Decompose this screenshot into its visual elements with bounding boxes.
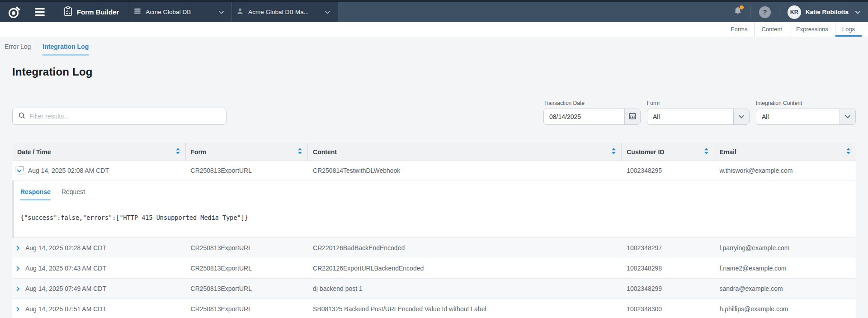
cell-customer-id: 1002348300 <box>621 305 714 313</box>
tab-expressions[interactable]: Expressions <box>789 22 835 37</box>
row-detail-panel: Response Request {"success":false,"error… <box>12 180 856 238</box>
context-selector[interactable]: Acme Global DB Ma... <box>232 8 338 17</box>
cell-customer-id: 1002348298 <box>621 265 714 272</box>
cell-content: dj backend post 1 <box>307 285 621 292</box>
cell-content: CR250814TestwithDLWebhook <box>307 167 621 174</box>
tab-logs[interactable]: Logs <box>835 22 862 37</box>
tab-response[interactable]: Response <box>20 188 51 200</box>
navbar-right-section: ? KR Katie Robilotta <box>733 2 868 22</box>
tab-integration-log[interactable]: Integration Log <box>42 43 89 56</box>
sort-icon[interactable] <box>176 148 180 156</box>
integration-content-select[interactable]: All <box>756 109 856 125</box>
integration-log-table: Date / Time Form Content Customer ID Ema… <box>12 143 856 318</box>
tab-request[interactable]: Request <box>61 188 85 200</box>
top-navbar: Form Builder Acme Global DB <box>0 2 868 22</box>
chevron-down-icon[interactable] <box>15 166 24 175</box>
database-selector[interactable]: Acme Global DB <box>129 8 231 17</box>
cell-content: SB081325 Backend Post/URLEncoded Value I… <box>307 305 621 313</box>
cell-email: h.phillips@example.com <box>714 305 855 313</box>
context-selector-value: Acme Global DB Ma... <box>248 9 320 15</box>
sort-icon[interactable] <box>704 148 708 156</box>
brand-logo-icon[interactable] <box>7 5 21 19</box>
integration-content-label: Integration Content <box>756 100 856 106</box>
tab-content[interactable]: Content <box>754 22 789 37</box>
search-icon <box>19 112 25 121</box>
help-button[interactable]: ? <box>759 6 771 18</box>
column-label: Date / Time <box>17 148 51 156</box>
chevron-down-icon <box>844 113 851 121</box>
transaction-date-field[interactable]: 08/14/2025 <box>543 109 641 125</box>
table-row[interactable]: Aug 14, 2025 02:28 AM CDT CR250813Export… <box>12 238 856 258</box>
chevron-down-icon <box>738 113 745 121</box>
form-filter-value: All <box>647 113 665 120</box>
table-header: Date / Time Form Content Customer ID Ema… <box>12 143 856 161</box>
navbar-divider <box>779 7 779 17</box>
user-name: Katie Robilotta <box>806 9 849 15</box>
table-row[interactable]: Aug 14, 2025 02:08 AM CDT CR250813Export… <box>12 161 856 180</box>
chevron-down-icon <box>855 8 861 16</box>
cell-date: Aug 14, 2025 07:43 AM CDT <box>12 265 185 272</box>
cell-content: CR220126BadBackEndEncoded <box>307 244 621 252</box>
notifications-button[interactable] <box>733 6 742 18</box>
navbar-divider <box>750 7 751 17</box>
chevron-right-icon[interactable] <box>15 245 21 251</box>
cell-customer-id: 1002348299 <box>621 285 714 292</box>
row-date-text: Aug 14, 2025 02:08 AM CDT <box>28 167 109 174</box>
column-header-content[interactable]: Content <box>307 143 621 161</box>
table-row[interactable]: Aug 14, 2025 07:51 AM CDT CR250813Export… <box>12 299 856 318</box>
column-header-date-time[interactable]: Date / Time <box>12 143 185 161</box>
cell-form: CR250813ExportURL <box>185 167 308 174</box>
clipboard-icon <box>64 6 72 18</box>
cell-date: Aug 14, 2025 02:28 AM CDT <box>12 244 185 252</box>
cell-form: CR250813ExportURL <box>185 244 308 252</box>
form-filter-select[interactable]: All <box>647 109 750 125</box>
chevron-right-icon[interactable] <box>15 266 21 271</box>
cell-customer-id: 1002348295 <box>621 167 714 174</box>
transaction-date-value: 08/14/2025 <box>544 113 586 120</box>
cell-date: Aug 14, 2025 02:08 AM CDT <box>12 166 185 175</box>
cell-customer-id: 1002348297 <box>621 244 714 252</box>
column-label: Form <box>191 148 207 156</box>
sort-icon[interactable] <box>298 148 302 156</box>
cell-email: f.name2@example.com <box>714 265 855 272</box>
tab-forms[interactable]: Forms <box>724 22 755 37</box>
menu-icon[interactable] <box>35 8 45 16</box>
database-selector-value: Acme Global DB <box>146 9 214 15</box>
chevron-right-icon[interactable] <box>15 306 21 312</box>
calendar-icon <box>629 112 636 121</box>
notification-dot <box>740 5 744 9</box>
cell-email: sandra@example.com <box>714 285 855 292</box>
column-header-email[interactable]: Email <box>714 143 855 161</box>
database-icon <box>134 8 141 17</box>
product-title: Form Builder <box>64 6 119 18</box>
tab-error-log[interactable]: Error Log <box>5 43 31 56</box>
calendar-button[interactable] <box>624 109 640 124</box>
navbar-left-section: Form Builder Acme Global DB <box>0 2 338 22</box>
user-icon <box>236 8 244 17</box>
detail-tabbar: Response Request <box>20 188 847 200</box>
table-row[interactable]: Aug 14, 2025 07:49 AM CDT CR250813Export… <box>12 279 856 299</box>
sort-icon[interactable] <box>846 148 850 156</box>
avatar: KR <box>788 5 801 19</box>
section-tabbar: Forms Content Expressions Logs <box>0 22 868 37</box>
cell-date: Aug 14, 2025 07:49 AM CDT <box>12 285 185 292</box>
filters-row: Transaction Date 08/14/2025 <box>12 100 856 125</box>
cell-email: l.parrying@example.com <box>714 244 855 252</box>
search-input[interactable] <box>29 113 220 120</box>
sort-icon[interactable] <box>612 148 616 156</box>
row-date-text: Aug 14, 2025 07:49 AM CDT <box>25 285 106 292</box>
select-chevron-button[interactable] <box>840 109 855 124</box>
column-label: Content <box>313 148 337 156</box>
select-chevron-button[interactable] <box>733 109 749 124</box>
integration-content-value: All <box>756 113 774 120</box>
column-label: Customer ID <box>627 148 664 156</box>
user-menu[interactable]: KR Katie Robilotta <box>788 5 861 19</box>
column-header-form[interactable]: Form <box>185 143 308 161</box>
column-header-customer-id[interactable]: Customer ID <box>621 143 714 161</box>
cell-date: Aug 14, 2025 07:51 AM CDT <box>12 305 185 313</box>
chevron-right-icon[interactable] <box>15 286 21 292</box>
row-date-text: Aug 14, 2025 07:51 AM CDT <box>25 305 106 313</box>
form-filter: Form All <box>647 100 750 125</box>
cell-form: CR250813ExportURL <box>185 285 308 292</box>
table-row[interactable]: Aug 14, 2025 07:43 AM CDT CR250813Export… <box>12 258 856 279</box>
